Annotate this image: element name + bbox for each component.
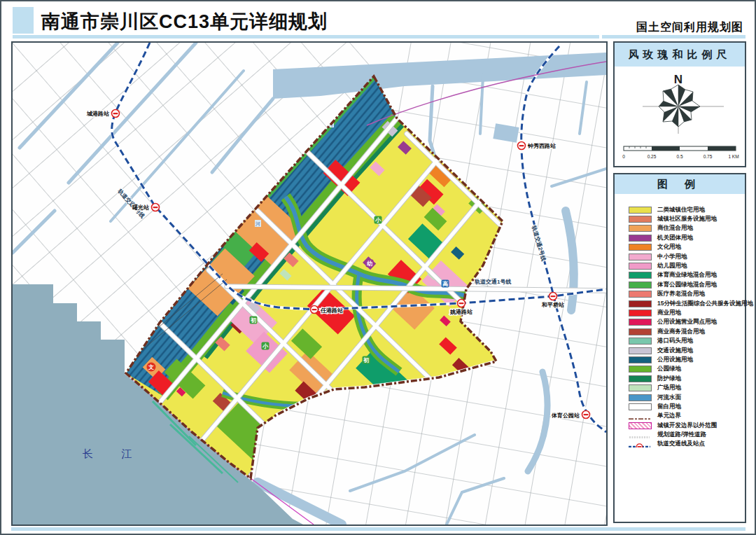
legend-item: 公用设施用地: [629, 355, 745, 364]
legend-item: 防护绿地: [629, 374, 745, 383]
svg-text:初: 初: [363, 357, 369, 363]
svg-text:幼: 幼: [367, 260, 372, 267]
legend-item: 中小学用地: [629, 252, 745, 261]
legend-label: 商业用地: [657, 309, 681, 317]
windrose-panel-title: 风玫瑰和比例尺: [615, 43, 745, 67]
legend-item: 城镇开发边界以外范围: [629, 421, 745, 430]
map-type-title: 国土空间利用规划图: [636, 20, 743, 35]
header-underline-right: [602, 35, 746, 39]
legend-label: 中小学用地: [657, 253, 687, 261]
legend-item: 广场用地: [629, 383, 745, 392]
legend-swatch: [629, 338, 652, 345]
header-underline-left: [13, 35, 599, 39]
legend-item: 医疗养老混合用地: [629, 290, 745, 299]
planning-sheet: 南通市崇川区CC13单元详细规划 国土空间利用规划图: [0, 0, 756, 535]
svg-text:钟秀西路站: 钟秀西路站: [527, 143, 556, 149]
legend-swatch: [629, 440, 652, 447]
legend-label: 体育商业绿地混合用地: [657, 271, 717, 279]
svg-text:姚港路站: 姚港路站: [449, 309, 472, 315]
page-title: 南通市崇川区CC13单元详细规划: [41, 9, 328, 34]
legend-item: 交通设施用地: [629, 346, 745, 355]
svg-text:高: 高: [442, 280, 448, 287]
legend-swatch: [629, 328, 652, 335]
legend-label: 规划道路/弹性道路: [657, 431, 706, 439]
legend-item: 城镇社区服务设施用地: [629, 214, 745, 223]
legend-label: 医疗养老混合用地: [657, 290, 705, 298]
line1-label-horizontal: 轨道交通1号线: [474, 278, 511, 285]
legend-item: 机关团体用地: [629, 233, 745, 242]
legend-label: 公园绿地: [657, 365, 681, 373]
planning-map-svg: 长 江: [13, 43, 606, 524]
legend-label: 幼儿园用地: [657, 262, 687, 270]
legend-label: 单元边界: [657, 412, 681, 420]
legend-panel: 图 例 二类城镇住宅用地城镇社区服务设施用地商住混合用地机关团体用地文化用地中小…: [613, 173, 746, 523]
footer-accent-bar: [11, 527, 746, 531]
station-zhongxiuxilu: 钟秀西路站: [518, 142, 556, 150]
legend-item: 体育公园绿地混合用地: [629, 280, 745, 289]
legend-label: 留白用地: [657, 403, 681, 411]
svg-text:体育公园站: 体育公园站: [551, 412, 580, 419]
svg-text:0: 0: [622, 154, 625, 159]
title-accent-square: [13, 7, 34, 34]
legend-label: 公用设施用地: [657, 356, 693, 364]
legend-item: 留白用地: [629, 402, 745, 411]
legend-label: 交通设施用地: [657, 347, 693, 355]
svg-text:初: 初: [250, 317, 256, 324]
legend-swatch: [629, 225, 652, 232]
svg-text:0.5: 0.5: [676, 154, 682, 159]
legend-swatch: [629, 253, 652, 260]
map-canvas: 长 江: [11, 41, 608, 526]
legend-item: 商住混合用地: [629, 224, 745, 233]
svg-text:0.25: 0.25: [648, 154, 657, 159]
legend-item: 规划道路/弹性道路: [629, 430, 745, 439]
legend-swatch: [629, 300, 652, 307]
legend-swatch: [629, 291, 652, 298]
legend-label: 15分钟生活圈综合公共服务设施用地: [657, 300, 753, 308]
legend-label: 机关团体用地: [657, 234, 693, 242]
legend-swatch: [629, 412, 652, 419]
legend-swatch: [629, 375, 652, 382]
legend-item: 15分钟生活圈综合公共服务设施用地: [629, 299, 745, 308]
legend-label: 港口码头用地: [657, 337, 693, 345]
svg-text:曙光站: 曙光站: [132, 204, 149, 211]
legend-swatch: [629, 207, 652, 214]
svg-text:0.75: 0.75: [704, 154, 713, 159]
legend-label: 广场用地: [657, 384, 681, 392]
svg-text:1 KM: 1 KM: [728, 154, 738, 159]
legend-swatch: [629, 356, 652, 363]
legend-item: 河流水面: [629, 393, 745, 402]
legend-label: 公用设施营业网点用地: [657, 318, 717, 326]
svg-text:河: 河: [255, 221, 260, 227]
station-chenggang: 城港路站: [86, 110, 120, 118]
legend-item: 文化用地: [629, 243, 745, 252]
legend-panel-title: 图 例: [615, 174, 745, 194]
legend-item: 公园绿地: [629, 365, 745, 374]
legend-item: 轨道交通线及站点: [629, 440, 745, 449]
legend-label: 城镇社区服务设施用地: [657, 215, 717, 223]
legend-swatch: [629, 394, 652, 401]
legend-label: 商住混合用地: [657, 224, 693, 232]
yangtze-label: 长 江: [83, 447, 144, 459]
legend-swatch: [629, 319, 652, 326]
station-rengang: 任港路站: [311, 306, 344, 314]
svg-text:小: 小: [262, 343, 269, 349]
station-shuguang: 曙光站: [132, 204, 160, 211]
legend-label: 文化用地: [657, 243, 681, 251]
legend-swatch: [629, 422, 652, 429]
legend-label: 防护绿地: [657, 375, 681, 383]
legend-list: 二类城镇住宅用地城镇社区服务设施用地商住混合用地机关团体用地文化用地中小学用地幼…: [615, 194, 745, 449]
svg-text:文: 文: [148, 364, 154, 370]
legend-item: 港口码头用地: [629, 336, 745, 345]
svg-text:城港路站: 城港路站: [86, 111, 109, 117]
legend-label: 城镇开发边界以外范围: [657, 422, 717, 430]
legend-item: 体育商业绿地混合用地: [629, 271, 745, 280]
svg-text:和平桥站: 和平桥站: [541, 302, 564, 308]
legend-swatch: [629, 216, 652, 223]
legend-item: 二类城镇住宅用地: [629, 205, 745, 214]
legend-item: 商业用地: [629, 308, 745, 317]
scale-bar: 0 0.25 0.5 0.75 1 KM: [622, 146, 738, 159]
windrose-panel: 风玫瑰和比例尺 N: [613, 41, 746, 167]
legend-label: 二类城镇住宅用地: [657, 206, 705, 214]
legend-label: 商业商务混合用地: [657, 328, 705, 336]
legend-swatch: [629, 244, 652, 251]
